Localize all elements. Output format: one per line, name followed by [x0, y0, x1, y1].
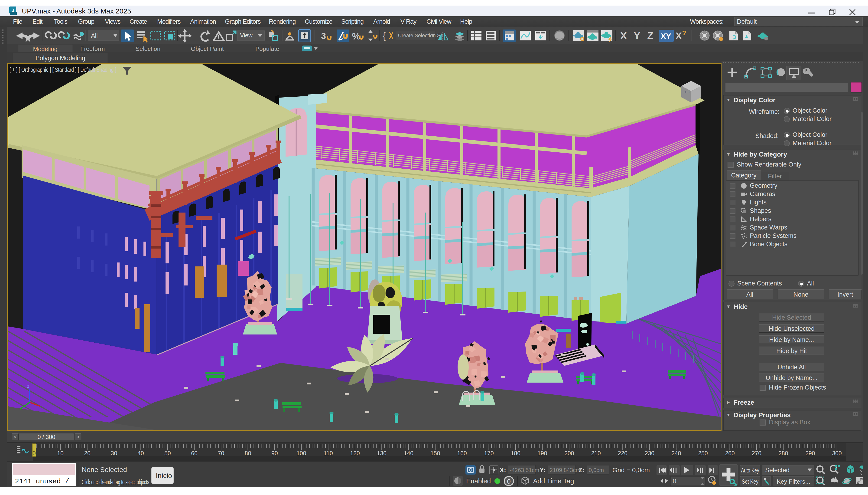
svg-text:Auto Key: Auto Key	[741, 467, 759, 474]
svg-text:Inicio: Inicio	[156, 472, 172, 479]
svg-text:None Selected: None Selected	[82, 466, 127, 473]
svg-text:XY: XY	[661, 32, 671, 40]
svg-text:70: 70	[218, 450, 224, 457]
svg-text:90: 90	[271, 450, 278, 457]
svg-text:300: 300	[832, 450, 842, 457]
svg-text:0: 0	[33, 450, 36, 457]
svg-text:z: z	[27, 383, 30, 389]
svg-text:%: %	[352, 31, 360, 41]
svg-text:X: X	[676, 31, 682, 41]
svg-text:2141 unused /: 2141 unused /	[15, 478, 69, 485]
svg-text:3: 3	[11, 8, 14, 13]
svg-text:View: View	[240, 32, 253, 38]
svg-text:160: 160	[457, 450, 467, 457]
svg-text:250: 250	[698, 450, 708, 457]
svg-text:?: ?	[682, 29, 686, 37]
svg-text:X: X	[620, 30, 627, 41]
svg-text:20: 20	[84, 450, 91, 457]
svg-text:3: 3	[321, 31, 326, 41]
svg-text:Add Time Tag: Add Time Tag	[533, 477, 574, 485]
svg-text:0: 0	[673, 478, 676, 484]
svg-text:-4263,51cm: -4263,51cm	[510, 467, 539, 473]
svg-text:80: 80	[245, 450, 251, 457]
svg-text:240: 240	[671, 450, 681, 457]
svg-text:Click or click-and-drag to sel: Click or click-and-drag to select object…	[82, 478, 149, 486]
svg-text:Y:: Y:	[539, 466, 546, 474]
svg-text:280: 280	[778, 450, 788, 457]
svg-text:Selected: Selected	[765, 467, 790, 474]
svg-text:60: 60	[191, 450, 198, 457]
svg-text:290: 290	[805, 450, 815, 457]
svg-text:Key Filters...: Key Filters...	[777, 478, 810, 485]
svg-text:230: 230	[645, 450, 654, 457]
svg-text:110: 110	[324, 450, 333, 457]
svg-text:LEFT: LEFT	[684, 90, 690, 93]
svg-text:150: 150	[430, 450, 440, 457]
svg-text:Z: Z	[647, 30, 653, 41]
svg-text:Create Selection Se: Create Selection Se	[398, 33, 443, 38]
svg-text:10: 10	[57, 450, 64, 457]
svg-text:Enabled:: Enabled:	[466, 477, 493, 485]
svg-text:100: 100	[297, 450, 306, 457]
svg-text:120: 120	[350, 450, 360, 457]
svg-text:260: 260	[725, 450, 735, 457]
svg-text:130: 130	[377, 450, 387, 457]
svg-text:180: 180	[511, 450, 520, 457]
svg-text:Grid = 0,0cm: Grid = 0,0cm	[613, 466, 650, 474]
svg-text:270: 270	[752, 450, 761, 457]
svg-text:X:: X:	[500, 466, 506, 474]
svg-text:Set Key: Set Key	[742, 478, 758, 485]
svg-text:190: 190	[537, 450, 547, 457]
svg-text:220: 220	[618, 450, 627, 457]
svg-text:2109,843cm: 2109,843cm	[550, 467, 580, 473]
svg-text:Z:: Z:	[579, 466, 585, 474]
svg-text:50: 50	[164, 450, 171, 457]
svg-text:All: All	[91, 32, 98, 39]
svg-text:{: {	[383, 31, 386, 41]
svg-text:170: 170	[484, 450, 494, 457]
svg-text:[ + ] [ Orthographic ] [ Stand: [ + ] [ Orthographic ] [ Standard ] [ De…	[10, 66, 116, 73]
svg-text:0: 0	[507, 478, 511, 485]
svg-text:40: 40	[138, 450, 144, 457]
svg-text:Y: Y	[634, 30, 640, 41]
svg-text:140: 140	[404, 450, 413, 457]
svg-text:30: 30	[111, 450, 117, 457]
svg-text:200: 200	[564, 450, 574, 457]
svg-text:0,0cm: 0,0cm	[589, 467, 604, 473]
svg-text:210: 210	[591, 450, 601, 457]
